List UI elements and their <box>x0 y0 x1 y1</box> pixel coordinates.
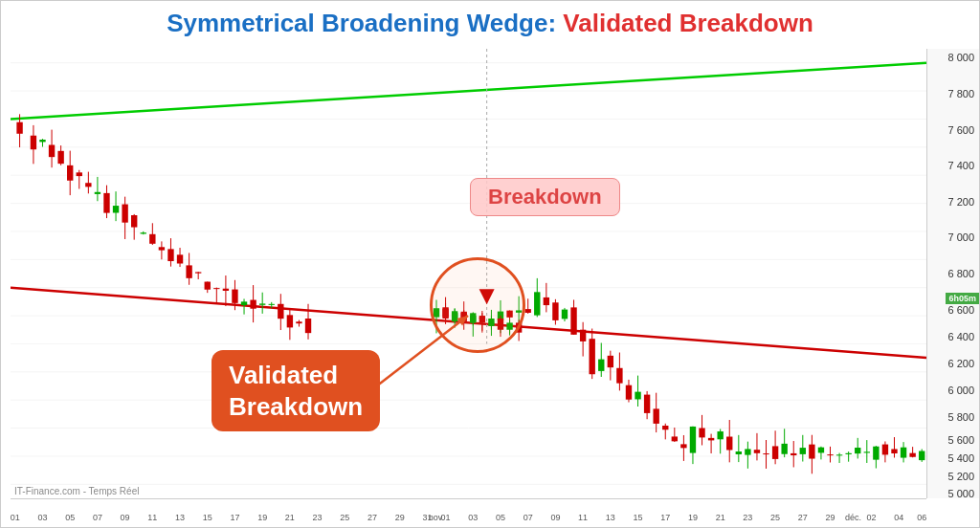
x-label: 07 <box>93 513 102 522</box>
x-label: 11 <box>578 513 588 522</box>
x-label: 29 <box>825 513 835 522</box>
breakdown-circle <box>430 257 525 353</box>
title-prefix: Symmetrical Broadening Wedge: <box>167 9 563 37</box>
y-label: 7 000 <box>947 231 974 243</box>
x-label: 01 <box>441 513 451 522</box>
x-label: 25 <box>770 513 780 522</box>
y-label: 5 600 <box>947 434 974 446</box>
x-label: 23 <box>743 513 752 522</box>
validated-text: ValidatedBreakdown <box>229 361 363 421</box>
y-label: 6 200 <box>947 358 974 369</box>
x-label: 21 <box>285 513 295 522</box>
x-label: 03 <box>468 513 478 522</box>
y-label: 6 000 <box>947 385 974 396</box>
y-label: 6 400 <box>947 331 974 342</box>
x-label: 15 <box>634 513 643 522</box>
y-label: 6 600 <box>947 304 974 316</box>
x-label: 03 <box>37 513 47 522</box>
x-label: 06 <box>917 513 926 522</box>
y-label: 8 000 <box>947 52 974 63</box>
title-highlight: Validated Breakdown <box>563 9 813 37</box>
x-label: 27 <box>368 513 377 522</box>
watermark: IT-Finance.com - Temps Réel <box>14 486 139 496</box>
y-label: 7 200 <box>947 196 974 208</box>
x-label: 27 <box>798 513 808 522</box>
x-axis: 01030507091113151719212325272931nov.0103… <box>11 498 926 527</box>
chart-container: Symmetrical Broadening Wedge: Validated … <box>0 0 980 528</box>
y-axis: 6h05m 8 0007 8007 6007 4007 2007 0006 80… <box>926 49 979 498</box>
x-label: 29 <box>395 513 405 522</box>
x-label: 15 <box>203 513 212 522</box>
x-label: 17 <box>660 513 670 522</box>
y-label: 7 400 <box>947 160 974 171</box>
x-label: 05 <box>496 513 505 522</box>
y-label: 6 800 <box>947 268 974 279</box>
x-label: 25 <box>340 513 349 522</box>
x-label: 01 <box>11 513 20 522</box>
y-label: 5 200 <box>947 471 974 482</box>
x-label: 19 <box>688 513 698 522</box>
price-badge: 6h05m <box>946 293 979 304</box>
validated-breakdown-label: ValidatedBreakdown <box>212 350 380 431</box>
breakdown-label: Breakdown <box>470 178 620 216</box>
chart-title: Symmetrical Broadening Wedge: Validated … <box>1 9 979 38</box>
x-label: 17 <box>230 513 239 522</box>
x-label: 02 <box>867 513 877 522</box>
y-label: 7 800 <box>947 88 974 99</box>
y-label: 7 600 <box>947 124 974 136</box>
x-label: 04 <box>894 513 903 522</box>
x-label: 05 <box>65 513 75 522</box>
x-label: 19 <box>257 513 267 522</box>
x-label: déc. <box>845 513 861 522</box>
x-label: 09 <box>550 513 560 522</box>
x-label: 09 <box>121 513 130 522</box>
x-label: 13 <box>175 513 185 522</box>
x-label: 21 <box>716 513 725 522</box>
x-label: 07 <box>523 513 533 522</box>
y-label: 5 400 <box>947 452 974 464</box>
y-label: 5 000 <box>947 488 974 499</box>
x-label: 11 <box>147 513 157 522</box>
y-label: 5 800 <box>947 411 974 423</box>
x-label: 23 <box>313 513 323 522</box>
x-label: 13 <box>606 513 615 522</box>
